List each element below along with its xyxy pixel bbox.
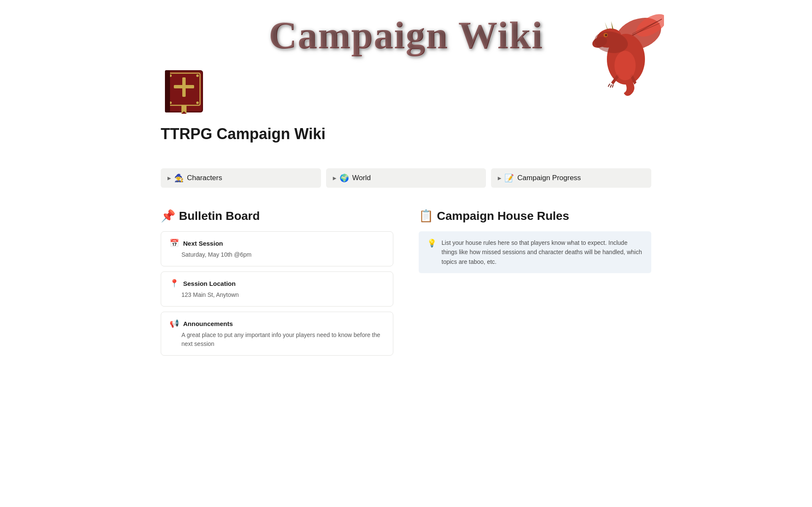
toggle-emoji-world: 🌍	[340, 173, 349, 183]
toggle-characters[interactable]: ▶ 🧙 Characters	[161, 168, 321, 188]
toggle-world[interactable]: ▶ 🌍 World	[326, 168, 486, 188]
main-content: 📌 Bulletin Board 📅 Next Session Saturday…	[161, 209, 651, 361]
toggle-arrow-world: ▶	[333, 175, 336, 181]
bulletin-board-title-text: Bulletin Board	[179, 209, 260, 223]
house-rules-emoji: 📋	[419, 209, 433, 223]
announcements-card: 📢 Announcements A great place to put any…	[161, 312, 393, 356]
dragon-decoration	[562, 0, 664, 97]
toggle-emoji-characters: 🧙	[174, 173, 184, 183]
book-icon	[161, 66, 207, 117]
announcements-title: Announcements	[183, 320, 233, 327]
next-session-content: Saturday, May 10th @6pm	[181, 250, 384, 259]
bulletin-board-section: 📌 Bulletin Board 📅 Next Session Saturday…	[161, 209, 393, 361]
svg-point-20	[196, 101, 199, 104]
session-location-content: 123 Main St, Anytown	[181, 290, 384, 299]
header-area: Campaign Wiki	[161, 0, 651, 156]
toggle-campaign-progress[interactable]: ▶ 📝 Campaign Progress	[491, 168, 651, 188]
svg-rect-16	[174, 85, 194, 88]
bulletin-board-title: 📌 Bulletin Board	[161, 209, 393, 223]
announcements-content: A great place to put any important info …	[181, 331, 384, 348]
toggle-row: ▶ 🧙 Characters ▶ 🌍 World ▶ 📝 Campaign Pr…	[161, 168, 651, 188]
svg-point-18	[196, 74, 199, 77]
next-session-title: Next Session	[183, 240, 223, 247]
next-session-card: 📅 Next Session Saturday, May 10th @6pm	[161, 231, 393, 266]
toggle-label-campaign-progress: Campaign Progress	[517, 174, 581, 182]
announcements-icon: 📢	[170, 319, 179, 328]
house-rules-box: 💡 List your house rules here so that pla…	[419, 231, 651, 273]
location-icon: 📍	[170, 279, 179, 288]
svg-rect-23	[165, 70, 170, 112]
house-rules-title-text: Campaign House Rules	[437, 209, 569, 223]
svg-point-10	[614, 51, 636, 80]
book-icon-area	[161, 66, 207, 117]
session-location-card: 📍 Session Location 123 Main St, Anytown	[161, 271, 393, 307]
lightbulb-icon: 💡	[427, 238, 436, 248]
house-rules-section: 📋 Campaign House Rules 💡 List your house…	[419, 209, 651, 273]
toggle-arrow-campaign-progress: ▶	[498, 175, 501, 181]
toggle-arrow-characters: ▶	[167, 175, 171, 181]
session-location-title: Session Location	[183, 280, 236, 287]
toggle-label-characters: Characters	[187, 174, 222, 182]
page-banner-title: Campaign Wiki	[269, 13, 543, 58]
announcements-header: 📢 Announcements	[170, 319, 384, 328]
bulletin-board-emoji: 📌	[161, 209, 176, 223]
page-main-title: TTRPG Campaign Wiki	[161, 125, 326, 143]
toggle-label-world: World	[352, 174, 371, 182]
calendar-icon: 📅	[170, 238, 179, 248]
next-session-header: 📅 Next Session	[170, 238, 384, 248]
header-title-row: Campaign Wiki	[161, 13, 651, 58]
session-location-header: 📍 Session Location	[170, 279, 384, 288]
toggle-emoji-campaign-progress: 📝	[505, 173, 514, 183]
house-rules-text: List your house rules here so that playe…	[442, 238, 643, 266]
house-rules-title: 📋 Campaign House Rules	[419, 209, 651, 223]
